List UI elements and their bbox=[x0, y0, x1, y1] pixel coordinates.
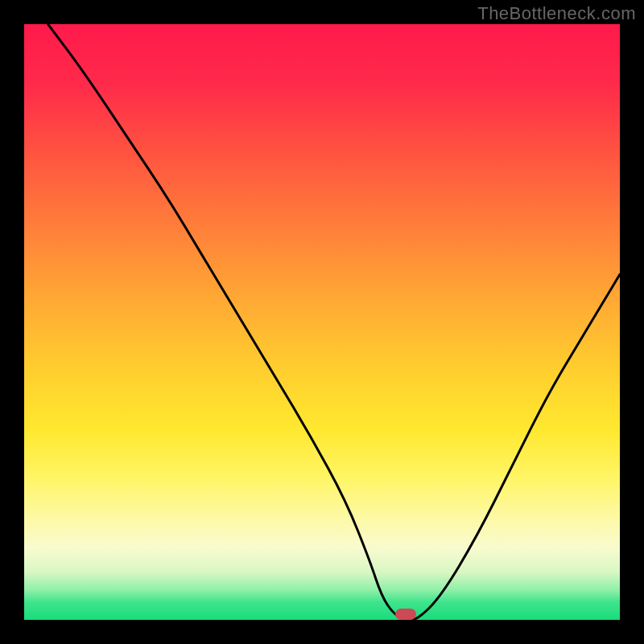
watermark-text: TheBottleneck.com bbox=[477, 3, 636, 24]
bottleneck-curve bbox=[24, 24, 620, 620]
chart-frame: TheBottleneck.com bbox=[0, 0, 644, 644]
curve-path bbox=[48, 24, 620, 620]
plot-area bbox=[24, 24, 620, 620]
optimal-marker bbox=[395, 609, 416, 620]
